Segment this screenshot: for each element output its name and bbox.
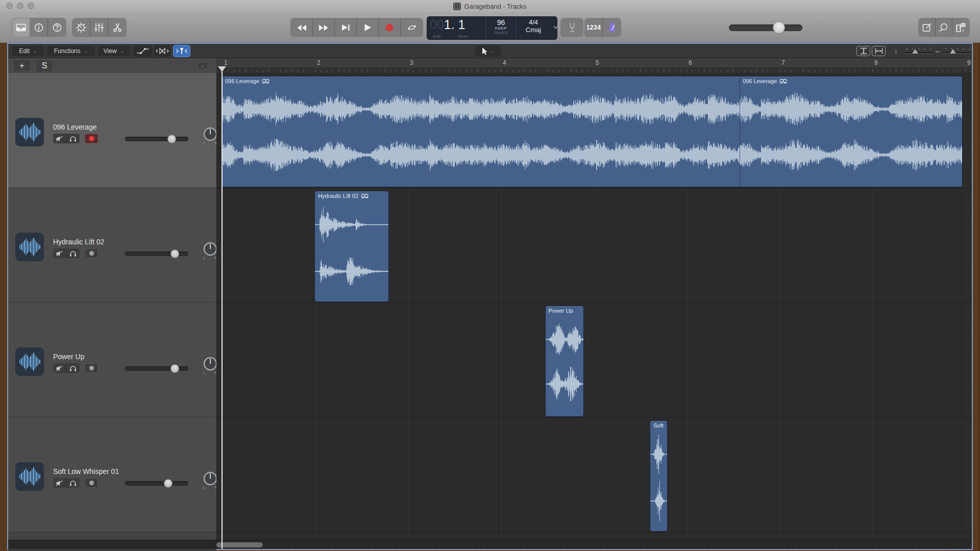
- playhead-marker[interactable]: [218, 66, 226, 72]
- window-title-group: Garageband - Tracks: [453, 3, 526, 10]
- vertical-zoom-thumb[interactable]: [912, 49, 918, 54]
- track-name[interactable]: 096 Leverage: [53, 123, 97, 131]
- functions-menu[interactable]: Functions ⌄: [47, 46, 95, 56]
- vertical-zoom-slider[interactable]: [904, 48, 933, 55]
- zoom-button[interactable]: [28, 3, 34, 9]
- tuner-button[interactable]: [561, 18, 583, 37]
- bar-ruler[interactable]: 123456789: [216, 58, 972, 73]
- track-volume-knob[interactable]: [170, 364, 179, 373]
- track-volume-knob[interactable]: [164, 479, 173, 488]
- audio-region-4[interactable]: Soft: [650, 420, 668, 532]
- track-header-2[interactable]: Hydraulic Lift 02: [8, 188, 216, 303]
- track-volume-slider[interactable]: [125, 252, 188, 256]
- go-to-end-button[interactable]: [335, 18, 357, 37]
- record-enable-button[interactable]: [85, 478, 98, 488]
- solo-button[interactable]: [66, 478, 80, 488]
- mute-icon: [56, 136, 63, 142]
- horizontal-scrollbar-thumb[interactable]: [216, 542, 263, 547]
- media-browser-button[interactable]: ♪: [952, 18, 969, 37]
- solo-button[interactable]: [66, 363, 80, 373]
- audio-region-1[interactable]: 096 Leverage096 Leverage: [222, 76, 963, 187]
- zoom-to-fit-vertical-button[interactable]: [856, 46, 870, 56]
- track-header-3[interactable]: Power Up: [8, 303, 216, 417]
- lcd-tempo-section[interactable]: 96 KEEP TEMPO: [486, 16, 517, 40]
- count-in-button[interactable]: 1234: [585, 18, 603, 37]
- catch-playhead-button[interactable]: [174, 45, 190, 57]
- record-button[interactable]: [379, 18, 401, 37]
- arrange-timeline[interactable]: 096 Leverage096 LeverageHydraulic Lift 0…: [216, 73, 972, 540]
- fast-forward-button[interactable]: [313, 18, 335, 37]
- solo-button[interactable]: [66, 134, 80, 143]
- horizontal-zoom-thumb[interactable]: [950, 49, 956, 54]
- edit-menu[interactable]: Edit ⌄: [12, 46, 44, 56]
- slider-track[interactable]: [904, 52, 933, 53]
- slider-ticks: [945, 48, 970, 49]
- horizontal-scrollbar[interactable]: [8, 540, 972, 549]
- mute-icon: [56, 480, 63, 486]
- bar-number: 5: [596, 59, 599, 66]
- tempo-value: 96: [486, 19, 516, 26]
- view-menu[interactable]: View ⌄: [98, 46, 130, 56]
- track-header-1[interactable]: 096 Leverage: [8, 73, 216, 188]
- close-button[interactable]: [6, 3, 13, 9]
- play-button[interactable]: [357, 18, 379, 37]
- info-icon: [34, 22, 44, 33]
- editors-button[interactable]: [108, 18, 126, 37]
- lcd-key-section[interactable]: 4/4 Cmaj: [517, 16, 550, 40]
- master-volume-track[interactable]: [729, 24, 802, 31]
- master-volume-knob[interactable]: [773, 21, 785, 34]
- track-name[interactable]: Hydraulic Lift 02: [53, 238, 104, 246]
- track-volume-knob[interactable]: [170, 249, 179, 258]
- horizontal-zoom-slider[interactable]: [943, 48, 972, 55]
- tool-menu[interactable]: ⌄: [475, 45, 501, 57]
- master-volume-slider[interactable]: [729, 21, 802, 34]
- solo-button[interactable]: [66, 248, 80, 258]
- pan-left-label: L: [203, 256, 206, 260]
- toolbar: 001. 1 BAR BEAT 96 KEEP TEMPO 4/4 Cmaj: [0, 12, 980, 43]
- metronome-icon: [607, 22, 617, 33]
- track-name[interactable]: Soft Low Whisper 01: [53, 467, 119, 475]
- transport-group: [291, 18, 423, 37]
- loop-browser-button[interactable]: [936, 18, 952, 37]
- cycle-button[interactable]: [401, 18, 423, 37]
- track-volume-slider[interactable]: [125, 366, 188, 371]
- lcd-display[interactable]: 001. 1 BAR BEAT 96 KEEP TEMPO 4/4 Cmaj: [427, 16, 557, 40]
- library-button[interactable]: [12, 18, 30, 37]
- mixer-button[interactable]: [90, 18, 108, 37]
- playhead-line[interactable]: [222, 69, 223, 549]
- mute-button[interactable]: [53, 478, 66, 488]
- audio-region-2[interactable]: Hydraulic Lift 02: [314, 191, 389, 302]
- rewind-button[interactable]: [291, 18, 313, 37]
- metronome-button[interactable]: [603, 18, 621, 37]
- flex-button[interactable]: [154, 45, 170, 57]
- zoom-to-fit-horizontal-button[interactable]: [872, 46, 886, 56]
- audio-track-icon: [15, 347, 44, 376]
- info-button[interactable]: [30, 18, 48, 37]
- track-volume-slider[interactable]: [125, 481, 188, 486]
- lcd-chevron-icon[interactable]: [553, 26, 558, 29]
- track-header-4[interactable]: Soft Low Whisper 01: [8, 417, 216, 532]
- track-buttons: [53, 478, 98, 488]
- audio-region-3[interactable]: Power Up: [545, 306, 584, 417]
- track-name[interactable]: Power Up: [53, 353, 84, 361]
- mute-button[interactable]: [53, 363, 66, 373]
- mute-button[interactable]: [53, 134, 66, 143]
- mute-button[interactable]: [53, 248, 66, 258]
- track-header-options-button[interactable]: ⌄: [197, 62, 208, 70]
- help-button[interactable]: [48, 18, 66, 37]
- record-enable-button[interactable]: [85, 363, 98, 373]
- track-volume-slider[interactable]: [125, 137, 188, 141]
- add-track-button[interactable]: +: [13, 60, 31, 72]
- lcd-position-section[interactable]: 001. 1 BAR BEAT: [427, 16, 486, 40]
- automation-button[interactable]: [134, 45, 152, 57]
- slider-track[interactable]: [943, 52, 972, 53]
- record-enable-button[interactable]: [85, 134, 98, 143]
- shuffle-button[interactable]: S: [36, 60, 53, 72]
- smart-controls-button[interactable]: [72, 18, 90, 37]
- window-titlebar[interactable]: Garageband - Tracks: [0, 0, 980, 12]
- record-enable-button[interactable]: [85, 248, 98, 258]
- track-volume-knob[interactable]: [167, 135, 176, 143]
- notepad-button[interactable]: [919, 18, 936, 37]
- track-list: 096 Leverage: [8, 73, 216, 532]
- minimize-button[interactable]: [17, 3, 23, 9]
